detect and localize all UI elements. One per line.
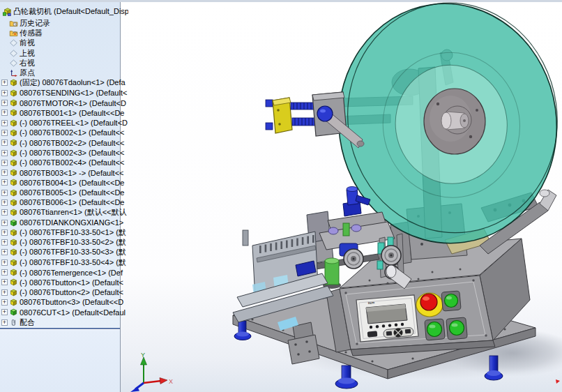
reel-hub[interactable] <box>424 89 485 154</box>
hmi-side-key[interactable] <box>405 329 411 334</box>
part-icon <box>9 119 18 128</box>
expand-toggle[interactable]: + <box>1 319 8 326</box>
triad-x-label: X <box>169 378 173 385</box>
assembly-icon <box>2 7 12 17</box>
tree-item[interactable]: + 右视 <box>0 58 128 68</box>
tree-item[interactable]: + (-) 08076Tbutton<2> (Default< <box>0 287 128 297</box>
expand-toggle[interactable]: + <box>1 309 8 315</box>
expand-toggle[interactable]: + <box>1 140 8 146</box>
tree-item-label: 08076TDIANKONGXIANG<1> <box>20 218 123 227</box>
expand-toggle[interactable]: + <box>1 259 8 266</box>
part-icon <box>9 138 18 147</box>
tree-item[interactable]: + (-) 08076TB002<4> (Default<< <box>0 158 128 167</box>
feature-manager-panel: 凸轮裁切机 (Default<Default_Displ + 历史记录 + 传感… <box>0 0 128 392</box>
expand-toggle[interactable]: + <box>1 100 8 106</box>
tree-item[interactable]: + 08076CUT<1> (Default<Defaul <box>0 308 128 317</box>
part-icon <box>9 258 18 267</box>
tree-item[interactable]: + 传感器 <box>0 28 128 38</box>
tree-item-label: 右视 <box>20 58 35 68</box>
assembly-root-item[interactable]: 凸轮裁切机 (Default<Default_Displ <box>0 2 128 18</box>
expand-toggle[interactable]: + <box>1 110 8 116</box>
tree-item[interactable]: + (-) 08076TFBF10-33-50<2> (默 <box>0 238 128 248</box>
tree-item[interactable]: + (-) 08076TREEL<1> (Default<D <box>0 118 128 128</box>
green-button-top[interactable] <box>441 291 461 311</box>
part-icon <box>9 248 18 257</box>
tree-item-label: 08076TB005<1> (Default<<De <box>20 188 124 197</box>
expand-toggle[interactable]: + <box>1 90 8 96</box>
tree-item[interactable]: + (固定) 08076Tdaolun<1> (Defa <box>0 78 128 88</box>
tree-item[interactable]: + 08076TB001<1> (Default<<De <box>0 108 128 118</box>
origin-icon <box>9 68 18 77</box>
part-icon <box>9 149 18 158</box>
tree-item[interactable]: + 08076TDIANKONGXIANG<1> <box>0 218 128 227</box>
triad-y-label: Y <box>141 352 145 359</box>
tree-item[interactable]: + (-) 08076TFBF10-33-50<3> (默 <box>0 248 128 257</box>
tree-item[interactable]: + 历史记录 <box>0 18 128 28</box>
tree-item-label: (-) 08076Temergence<1> (Def <box>20 269 123 277</box>
tree-item-label: (-) 08076TB002<3> (Default<< <box>20 149 124 157</box>
tree-item-label: (-) 08076TB002<2> (Default<< <box>20 139 124 147</box>
tree-item[interactable]: + (-) 08076Temergence<1> (Def <box>0 267 128 277</box>
expand-toggle[interactable]: + <box>1 220 8 226</box>
tree-item-label: 08076TSENDING<1> (Default< <box>20 89 127 97</box>
part-icon <box>9 89 18 98</box>
roller-purple <box>328 227 338 234</box>
plane-icon <box>9 49 18 58</box>
tree-item[interactable]: + 08076TB006<1> (Default<<De <box>0 197 128 207</box>
expand-toggle[interactable]: + <box>1 130 8 136</box>
expand-toggle[interactable]: + <box>1 239 8 246</box>
tree-item-label: 08076Tbutton<3> (Default<<D <box>20 298 123 306</box>
expand-toggle[interactable]: + <box>1 150 8 156</box>
mates-icon <box>9 318 18 327</box>
tree-item[interactable]: + 原点 <box>0 68 128 77</box>
tree-item[interactable]: + (-) 08076TFBF10-33-50<1> (默 <box>0 227 128 237</box>
tree-item[interactable]: + (-) 08076TB002<1> (Default<< <box>0 128 128 137</box>
tree-item-label: 原点 <box>20 68 35 78</box>
expand-toggle[interactable]: + <box>1 289 8 296</box>
tree-item[interactable]: + (-) 08076TFBF10-33-50<4> (默 <box>0 257 128 267</box>
tree-item[interactable]: + 08076Ttianren<1> (默认<<默认 <box>0 208 128 218</box>
teal-peg <box>377 261 383 269</box>
green-button-right[interactable] <box>446 317 468 340</box>
expand-toggle[interactable]: + <box>1 80 8 86</box>
expand-toggle[interactable]: + <box>1 169 8 176</box>
tree-item-label: (-) 08076Tbutton<1> (Default< <box>20 278 123 287</box>
part-icon <box>9 278 18 287</box>
tree-item-label: (-) 08076TREEL<1> (Default<D <box>20 119 128 127</box>
tree-item[interactable]: + (-) 08076TB002<2> (Default<< <box>0 138 128 148</box>
tree-item[interactable]: + (-) 08076TB002<3> (Default<< <box>0 148 128 158</box>
expand-toggle[interactable]: + <box>1 299 8 306</box>
panel-splitter[interactable] <box>0 328 120 330</box>
tree-item[interactable]: + 08076Tbutton<3> (Default<<D <box>0 297 128 307</box>
expand-toggle[interactable]: + <box>1 269 8 276</box>
expand-toggle[interactable]: + <box>1 120 8 126</box>
tree-item[interactable]: + (-) 08076Tbutton<1> (Default< <box>0 278 128 287</box>
history-folder-icon <box>9 19 18 28</box>
tree-item[interactable]: + 08076TB003<1> -> (Default<< <box>0 167 128 177</box>
tree-item[interactable]: + 08076TB005<1> (Default<<De <box>0 188 128 197</box>
hmi-side-key[interactable] <box>386 331 392 336</box>
expand-toggle[interactable]: + <box>1 190 8 196</box>
hmi-display[interactable]: Item <box>356 295 418 342</box>
feature-tree: 凸轮裁切机 (Default<Default_Displ + 历史记录 + 传感… <box>0 2 128 327</box>
tree-item-label: 08076CUT<1> (Default<Defaul <box>20 308 126 317</box>
tree-item[interactable]: + 08076TSENDING<1> (Default< <box>0 88 128 98</box>
expand-toggle[interactable]: + <box>1 249 8 255</box>
tree-item-label: (固定) 08076Tdaolun<1> (Defa <box>20 77 126 88</box>
tree-item[interactable]: + 前视 <box>0 38 128 48</box>
tree-item[interactable]: + 08076TB004<1> (Default<<De <box>0 178 128 188</box>
expand-toggle[interactable]: + <box>1 209 8 216</box>
part-green-icon <box>9 218 18 227</box>
expand-toggle[interactable]: + <box>1 160 8 166</box>
hmi-key-button[interactable] <box>367 331 378 337</box>
emergency-stop-button[interactable] <box>416 293 443 317</box>
expand-toggle[interactable]: + <box>1 179 8 186</box>
window-top-strip <box>0 0 562 2</box>
expand-toggle[interactable]: + <box>1 279 8 285</box>
expand-toggle[interactable]: + <box>1 199 8 206</box>
expand-toggle[interactable]: + <box>1 229 8 236</box>
tree-item[interactable]: + 上视 <box>0 48 128 58</box>
tree-item[interactable]: + 08076TMOTOR<1> (Default<D <box>0 98 128 107</box>
green-button-left[interactable] <box>425 319 445 340</box>
tree-item[interactable]: + 配合 <box>0 317 128 327</box>
